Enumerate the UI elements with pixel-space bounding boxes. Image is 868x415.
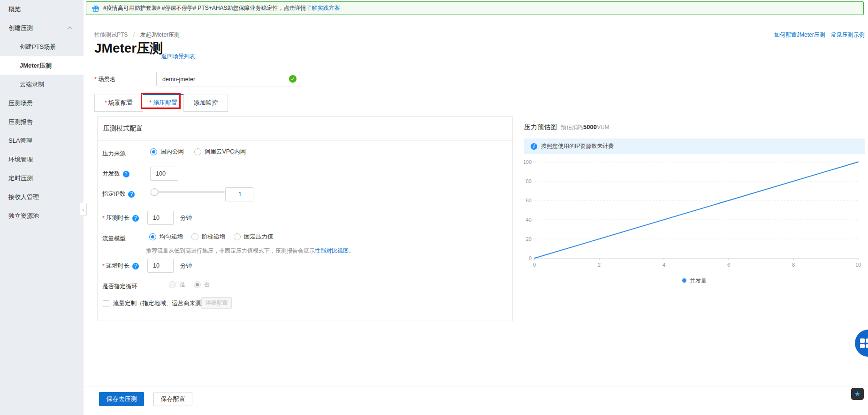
card-title: 压测模式配置 [103,124,143,133]
sidebar-item-sla[interactable]: SLA管理 [0,131,84,150]
pressure-source-group: 国内公网 阿里云VPC内网 [150,148,246,156]
svg-text:10: 10 [855,262,861,268]
concurrency-label: 并发数 ? [102,170,129,178]
tab-pressure-config[interactable]: *施压配置 [143,94,184,112]
banner-text: #疫情高可用防护套装# #停课不停学# PTS+AHAS助您保障业务稳定性，点击… [103,4,306,12]
radio-aliyun-vpc-network[interactable]: 阿里云VPC内网 [194,148,246,156]
promo-banner: #疫情高可用防护套装# #停课不停学# PTS+AHAS助您保障业务稳定性，点击… [86,1,864,15]
radio-icon [234,233,241,240]
svg-text:0: 0 [529,255,532,261]
gift-icon [92,5,99,12]
ramp-duration-input[interactable] [147,259,174,273]
radio-domestic-public-network[interactable]: 国内公网 [150,148,184,156]
sidebar-collapse-handle[interactable]: ‹ [80,203,87,216]
traffic-custom-checkbox[interactable] [103,300,109,307]
ramp-duration-unit: 分钟 [180,262,192,270]
sidebar-item-create-pts-scene[interactable]: 创建PTS场景 [0,38,84,56]
help-link-configure-jmeter[interactable]: 如何配置JMeter压测 [774,31,825,39]
pressure-estimate-panel: 压力预估图 预估消耗5000VUM i 按照您使用的IP资源数来计费 02040… [524,123,865,131]
svg-text:100: 100 [524,159,532,165]
chevron-up-icon [68,27,72,31]
svg-text:4: 4 [662,262,665,268]
help-icon[interactable]: ? [128,191,135,198]
sidebar-item-jmeter-test[interactable]: JMeter压测 [0,56,84,75]
loop-label: 是否指定循环 [102,283,137,291]
sidebar-item-receivers[interactable]: 接收人管理 [0,188,84,207]
loop-group: 是 否 [169,281,210,289]
ip-count-input[interactable] [225,187,253,201]
svg-text:60: 60 [526,198,532,203]
legend-item-concurrency[interactable]: 并发量 [524,277,865,285]
chart-title: 压力预估图 [524,123,557,131]
scene-name-label: *场景名 [94,76,115,84]
tab-scene-config[interactable]: *场景配置 [94,94,143,112]
chart-canvas: 0204060801000246810 [524,156,865,271]
svg-text:8: 8 [792,262,795,268]
breadcrumb-item-pts[interactable]: 性能测试PTS [94,31,128,38]
traffic-model-hint: 推荐流量从低到高进行施压，非固定压力值模式下，压测报告会展示性能对比视图。 [146,247,354,255]
info-icon: i [531,143,537,150]
help-icon[interactable]: ? [132,215,139,222]
help-link-examples[interactable]: 常见压测示例 [831,31,865,39]
radio-icon [150,148,157,155]
svg-text:0: 0 [533,262,536,268]
radio-icon [169,281,176,288]
help-icon[interactable]: ? [123,171,129,177]
svg-text:80: 80 [526,178,532,184]
sidebar-item-scheduled-test[interactable]: 定时压测 [0,169,84,188]
billing-notice: i 按照您使用的IP资源数来计费 [524,138,865,154]
tab-add-monitor[interactable]: 添加监控 [183,94,228,112]
extension-star-icon[interactable]: ★ [851,388,864,400]
radio-fixed-pressure[interactable]: 固定压力值 [234,233,274,241]
radio-uniform-ramp[interactable]: 均匀递增 [149,233,183,241]
radio-icon [194,148,201,155]
detail-config-button: 详细配置 [201,297,232,309]
sidebar-item-resource-pool[interactable]: 独立资源池 [0,207,84,225]
concurrency-input[interactable] [150,167,178,181]
ip-count-slider[interactable] [152,191,225,193]
radio-step-ramp[interactable]: 阶梯递增 [191,233,225,241]
breadcrumb-item-current: 发起JMeter压测 [140,31,180,38]
page-title: JMeter压测 [94,39,163,57]
duration-unit: 分钟 [180,214,192,222]
sidebar: 概览 创建压测 创建PTS场景 JMeter压测 云端录制 压测场景 压测报告 … [0,0,84,415]
duration-input[interactable] [147,211,174,225]
banner-link[interactable]: 了解实践方案 [306,4,340,12]
chart-subtitle: 预估消耗5000VUM [561,123,609,131]
ramp-duration-label: * 递增时长 ? [102,262,139,270]
radio-icon [149,233,156,240]
legend-dot [682,278,686,283]
config-tabs: *场景配置 *施压配置 添加监控 [94,94,228,112]
sidebar-item-create-test[interactable]: 创建压测 [0,19,84,38]
sidebar-item-test-scenes[interactable]: 压测场景 [0,94,84,113]
sidebar-item-overview[interactable]: 概览 [0,0,84,19]
help-icon[interactable]: ? [132,263,139,269]
save-and-run-button[interactable]: 保存去压测 [99,392,144,406]
svg-text:20: 20 [526,236,532,242]
svg-text:6: 6 [727,262,730,268]
sidebar-item-test-reports[interactable]: 压测报告 [0,113,84,131]
back-to-scene-list-link[interactable]: 返回场景列表 [161,53,195,61]
grid-icon [860,338,868,348]
pressure-source-label: 压力来源 [102,150,126,158]
sidebar-item-env[interactable]: 环境管理 [0,150,84,169]
pressure-mode-card: 压测模式配置 压力来源 国内公网 阿里云VPC内网 并发数 ? 指定IP数 ? … [97,116,513,321]
valid-check-icon: ✓ [289,75,297,83]
save-config-button[interactable]: 保存配置 [153,392,192,406]
radio-icon [194,281,201,288]
performance-compare-link[interactable]: 性能对比视图 [315,247,349,254]
collapse-icon: ‹ [82,207,84,212]
traffic-custom-label[interactable]: 流量定制（指定地域、运营商来源） [113,300,207,307]
radio-loop-yes: 是 [169,281,185,289]
traffic-model-group: 均匀递增 阶梯递增 固定压力值 [149,233,274,241]
sidebar-item-cloud-record[interactable]: 云端录制 [0,75,84,94]
svg-text:40: 40 [526,217,532,223]
quick-panel-fab-button[interactable] [855,330,868,357]
scene-name-input[interactable] [156,72,300,86]
slider-handle[interactable] [151,188,158,196]
radio-loop-no: 否 [194,281,210,289]
traffic-custom-row: 流量定制（指定地域、运营商来源） [103,300,207,307]
footer-divider [84,386,868,386]
ip-count-label: 指定IP数 ? [102,190,135,198]
duration-label: * 压测时长 ? [102,214,139,222]
